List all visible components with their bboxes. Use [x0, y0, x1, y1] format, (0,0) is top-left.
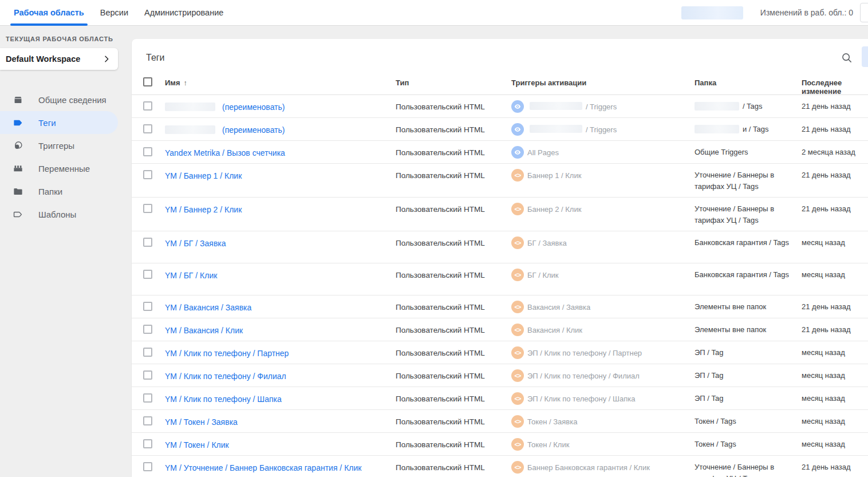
- preview-button-partial[interactable]: [860, 3, 868, 22]
- row-checkbox[interactable]: [143, 416, 152, 425]
- row-checkbox[interactable]: [143, 302, 152, 311]
- tag-name-link[interactable]: YM / Баннер 1 / Клик: [165, 171, 242, 180]
- row-checkbox[interactable]: [143, 439, 152, 448]
- redacted-folder: [695, 102, 739, 111]
- tag-name-link[interactable]: YM / Вакансия / Клик: [165, 326, 243, 335]
- row-checkbox[interactable]: [143, 170, 152, 179]
- folder-icon: [13, 186, 23, 197]
- sidebar-item-template[interactable]: Шаблоны: [0, 203, 118, 226]
- code-trigger-icon: <>: [511, 346, 524, 359]
- last-modified: 21 день назад: [802, 456, 868, 476]
- code-trigger-icon: <>: [511, 236, 524, 249]
- tags-panel-header: Теги: [132, 39, 868, 76]
- tag-name-link[interactable]: YM / Вакансия / Заявка: [165, 303, 251, 312]
- row-checkbox[interactable]: [143, 393, 152, 403]
- sidebar-item-trigger[interactable]: Триггеры: [0, 134, 118, 157]
- select-all-checkbox[interactable]: [143, 77, 152, 86]
- row-checkbox[interactable]: [143, 238, 152, 247]
- tag-name-link[interactable]: YM / Токен / Заявка: [165, 417, 238, 427]
- tag-name-link[interactable]: YM / Уточнение / Баннер Банковская гаран…: [165, 463, 361, 472]
- pageview-trigger-icon: [511, 123, 524, 136]
- tag-name-link[interactable]: Yandex Metrika / Вызов счетчика: [165, 148, 285, 157]
- tag-name-link[interactable]: YM / Баннер 2 / Клик: [165, 205, 242, 214]
- column-header-type[interactable]: Тип: [396, 76, 511, 96]
- last-modified: 21 день назад: [802, 295, 868, 316]
- sidebar-item-overview[interactable]: Общие сведения: [0, 88, 118, 111]
- table-row: YM / Клик по телефону / Шапка Пользовате…: [132, 387, 868, 410]
- trigger-label: ЭП / Клик по телефону / Филиал: [527, 371, 640, 382]
- trigger-label: ЭП / Клик по телефону / Шапка: [527, 394, 635, 405]
- rename-link[interactable]: (переименовать): [222, 103, 285, 112]
- table-row: YM / Токен / Заявка Пользовательский HTM…: [132, 410, 868, 433]
- folder-label: / Tags: [743, 102, 762, 111]
- sidebar-item-tag[interactable]: Теги: [0, 111, 118, 134]
- tag-type: Пользовательский HTML: [396, 295, 511, 317]
- redacted-trigger: [530, 102, 582, 110]
- redacted-name: [165, 103, 215, 111]
- column-header-modified[interactable]: Последнее изменение: [802, 76, 868, 96]
- row-checkbox[interactable]: [143, 124, 152, 133]
- trigger-label: Вакансия / Клик: [527, 325, 582, 336]
- template-icon: [13, 209, 23, 220]
- last-modified: 21 день назад: [802, 318, 868, 339]
- last-modified: месяц назад: [802, 231, 868, 252]
- table-row: YM / БГ / Заявка Пользовательский HTML <…: [132, 231, 868, 263]
- tab-admin[interactable]: Администрирование: [136, 0, 231, 25]
- row-checkbox[interactable]: [143, 325, 152, 334]
- row-checkbox[interactable]: [143, 370, 152, 380]
- rename-link[interactable]: (переименовать): [222, 125, 285, 135]
- trigger-label: / Triggers: [586, 102, 617, 113]
- row-checkbox[interactable]: [143, 204, 152, 213]
- code-trigger-icon: <>: [511, 324, 524, 336]
- last-modified: 21 день назад: [802, 198, 868, 218]
- row-checkbox[interactable]: [143, 270, 152, 279]
- sidebar-item-label: Теги: [38, 118, 56, 128]
- workspace-selector[interactable]: Default Workspace: [0, 48, 118, 70]
- table-row: (переименовать) Пользовательский HTML / …: [132, 118, 868, 141]
- redacted-name: [165, 125, 215, 134]
- folder-label: Банковская гарантия / Tags: [695, 238, 789, 247]
- trigger-label: Вакансия / Заявка: [527, 302, 590, 313]
- tab-workspace[interactable]: Рабочая область: [6, 0, 92, 25]
- trigger-label: / Triggers: [586, 125, 617, 136]
- last-modified: 2 месяца назад: [802, 141, 868, 161]
- folder-label: Токен / Tags: [695, 417, 736, 425]
- tag-type: Пользовательский HTML: [396, 456, 511, 477]
- tag-type: Пользовательский HTML: [396, 410, 511, 431]
- top-tabs: Рабочая область Версии Администрирование: [0, 0, 231, 25]
- folder-label: Элементы вне папок: [695, 325, 766, 334]
- table-row: YM / Уточнение / Баннер Банковская гаран…: [132, 456, 868, 477]
- tag-type: Пользовательский HTML: [396, 387, 511, 408]
- tag-name-link[interactable]: YM / Клик по телефону / Шапка: [165, 395, 282, 404]
- folder-label: Общие Triggers: [695, 148, 748, 156]
- folder-label: Уточнение / Баннеры в тарифах УЦ / Tags: [695, 204, 774, 224]
- tag-type: Пользовательский HTML: [396, 318, 511, 340]
- pageview-trigger-icon: [511, 100, 524, 113]
- trigger-label: Баннер 2 / Клик: [527, 204, 581, 215]
- last-modified: месяц назад: [802, 433, 868, 454]
- column-header-folder[interactable]: Папка: [695, 76, 802, 96]
- tag-name-link[interactable]: YM / БГ / Заявка: [165, 239, 226, 248]
- sidebar-item-variables[interactable]: Переменные: [0, 157, 118, 180]
- tag-name-link[interactable]: YM / Клик по телефону / Филиал: [165, 372, 286, 381]
- tags-panel: Теги Имя↑ Тип Триггеры активации Папка П…: [132, 39, 868, 477]
- sidebar-menu: Общие сведения Теги Триггеры Переменные …: [0, 88, 132, 226]
- row-checkbox[interactable]: [143, 101, 152, 111]
- tag-name-link[interactable]: YM / Токен / Клик: [165, 440, 229, 450]
- row-checkbox[interactable]: [143, 462, 152, 471]
- new-tag-button-partial[interactable]: [862, 46, 868, 67]
- column-header-triggers[interactable]: Триггеры активации: [511, 76, 695, 96]
- table-row: YM / Клик по телефону / Филиал Пользоват…: [132, 364, 868, 387]
- code-trigger-icon: <>: [511, 269, 524, 281]
- sidebar-item-folder[interactable]: Папки: [0, 180, 118, 203]
- column-header-name[interactable]: Имя↑: [165, 76, 396, 96]
- tag-name-link[interactable]: YM / БГ / Клик: [165, 271, 217, 280]
- sort-ascending-icon: ↑: [184, 78, 188, 87]
- search-button[interactable]: [841, 51, 854, 65]
- tag-name-link[interactable]: YM / Клик по телефону / Партнер: [165, 349, 289, 358]
- tab-versions[interactable]: Версии: [92, 0, 136, 25]
- row-checkbox[interactable]: [143, 348, 152, 357]
- table-row: (переименовать) Пользовательский HTML / …: [132, 95, 868, 118]
- table-row: YM / Вакансия / Заявка Пользовательский …: [132, 295, 868, 318]
- row-checkbox[interactable]: [143, 147, 152, 156]
